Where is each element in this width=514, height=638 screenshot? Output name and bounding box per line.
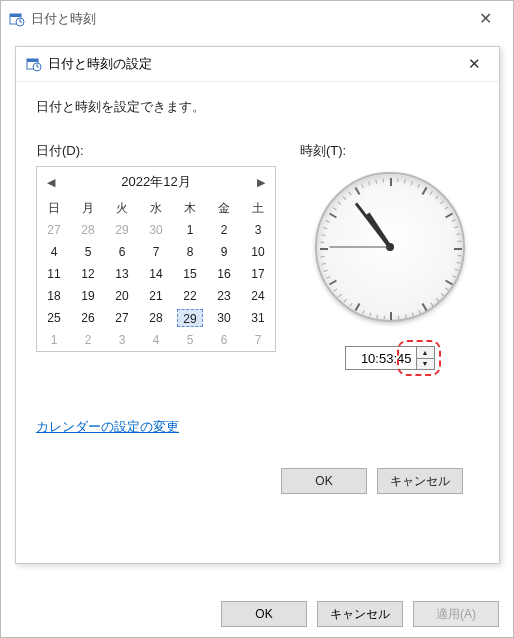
calendar-day[interactable]: 25 <box>37 307 71 329</box>
weekday-header: 日 <box>37 197 71 219</box>
calendar-day[interactable]: 24 <box>241 285 275 307</box>
calendar-day[interactable]: 16 <box>207 263 241 285</box>
inner-title-bar: 日付と時刻の設定 ✕ <box>16 47 499 82</box>
spinner-down-button[interactable]: ▼ <box>417 359 434 370</box>
weekday-header: 月 <box>71 197 105 219</box>
analog-clock <box>315 172 465 322</box>
calendar-day[interactable]: 6 <box>207 329 241 351</box>
calendar-day[interactable]: 28 <box>71 219 105 241</box>
outer-close-button[interactable]: ✕ <box>465 4 505 34</box>
svg-rect-1 <box>10 14 21 17</box>
inner-cancel-button[interactable]: キャンセル <box>377 468 463 494</box>
description-text: 日付と時刻を設定できます。 <box>36 98 479 116</box>
calendar-day[interactable]: 28 <box>139 307 173 329</box>
calendar-day[interactable]: 9 <box>207 241 241 263</box>
outer-button-row: OK キャンセル 適用(A) <box>221 601 499 627</box>
calendar-clock-icon <box>9 11 25 27</box>
calendar-day[interactable]: 2 <box>71 329 105 351</box>
calendar-day[interactable]: 26 <box>71 307 105 329</box>
calendar-day[interactable]: 2 <box>207 219 241 241</box>
calendar-day[interactable]: 30 <box>139 219 173 241</box>
next-month-button[interactable]: ▶ <box>255 176 267 189</box>
calendar-day[interactable]: 23 <box>207 285 241 307</box>
calendar-day[interactable]: 12 <box>71 263 105 285</box>
calendar-day[interactable]: 13 <box>105 263 139 285</box>
calendar-day[interactable]: 7 <box>139 241 173 263</box>
calendar-day[interactable]: 31 <box>241 307 275 329</box>
calendar-day[interactable]: 3 <box>241 219 275 241</box>
calendar-day[interactable]: 30 <box>207 307 241 329</box>
spinner-up-button[interactable]: ▲ <box>417 347 434 359</box>
calendar-day[interactable]: 5 <box>71 241 105 263</box>
calendar-day[interactable]: 22 <box>173 285 207 307</box>
calendar-day[interactable]: 27 <box>105 307 139 329</box>
outer-window: 日付と時刻 ✕ 日付と時刻の設定 ✕ 日付と時刻を設定できます。 日付(D): … <box>0 0 514 638</box>
calendar-day[interactable]: 5 <box>173 329 207 351</box>
clock-minute-hand <box>355 202 391 247</box>
calendar-day[interactable]: 18 <box>37 285 71 307</box>
calendar-day[interactable]: 4 <box>139 329 173 351</box>
inner-ok-button[interactable]: OK <box>281 468 367 494</box>
time-label: 時刻(T): <box>300 142 479 160</box>
calendar-day[interactable]: 21 <box>139 285 173 307</box>
weekday-header: 水 <box>139 197 173 219</box>
calendar-day[interactable]: 6 <box>105 241 139 263</box>
calendar-day[interactable]: 7 <box>241 329 275 351</box>
calendar-day[interactable]: 4 <box>37 241 71 263</box>
calendar-day[interactable]: 29 <box>105 219 139 241</box>
inner-close-button[interactable]: ✕ <box>459 49 489 79</box>
calendar-day[interactable]: 17 <box>241 263 275 285</box>
calendar-day[interactable]: 1 <box>173 219 207 241</box>
clock-second-hand <box>330 247 390 248</box>
calendar-day[interactable]: 27 <box>37 219 71 241</box>
date-label: 日付(D): <box>36 142 276 160</box>
inner-dialog: 日付と時刻の設定 ✕ 日付と時刻を設定できます。 日付(D): ◀ 2022年1… <box>15 46 500 564</box>
weekday-header: 木 <box>173 197 207 219</box>
calendar-day[interactable]: 10 <box>241 241 275 263</box>
calendar-grid: 日月火水木金土 27282930123456789101112131415161… <box>37 197 275 351</box>
weekday-header: 火 <box>105 197 139 219</box>
outer-title-bar: 日付と時刻 ✕ <box>1 1 513 36</box>
weekday-header: 金 <box>207 197 241 219</box>
outer-cancel-button[interactable]: キャンセル <box>317 601 403 627</box>
calendar-settings-link[interactable]: カレンダーの設定の変更 <box>36 418 179 436</box>
outer-apply-button: 適用(A) <box>413 601 499 627</box>
calendar-day[interactable]: 11 <box>37 263 71 285</box>
time-input[interactable] <box>345 346 417 370</box>
calendar-day[interactable]: 1 <box>37 329 71 351</box>
calendar: ◀ 2022年12月 ▶ 日月火水木金土 2728293012345678910… <box>36 166 276 352</box>
svg-rect-4 <box>27 59 38 62</box>
calendar-day[interactable]: 29 <box>173 307 207 329</box>
calendar-day[interactable]: 14 <box>139 263 173 285</box>
inner-title: 日付と時刻の設定 <box>48 55 152 73</box>
calendar-day[interactable]: 20 <box>105 285 139 307</box>
prev-month-button[interactable]: ◀ <box>45 176 57 189</box>
outer-ok-button[interactable]: OK <box>221 601 307 627</box>
time-spinner[interactable]: ▲ ▼ <box>417 346 435 370</box>
weekday-header: 土 <box>241 197 275 219</box>
outer-title: 日付と時刻 <box>31 10 96 28</box>
calendar-day[interactable]: 19 <box>71 285 105 307</box>
calendar-day[interactable]: 3 <box>105 329 139 351</box>
calendar-clock-icon <box>26 56 42 72</box>
calendar-day[interactable]: 15 <box>173 263 207 285</box>
calendar-month-title[interactable]: 2022年12月 <box>57 173 255 191</box>
calendar-day[interactable]: 8 <box>173 241 207 263</box>
